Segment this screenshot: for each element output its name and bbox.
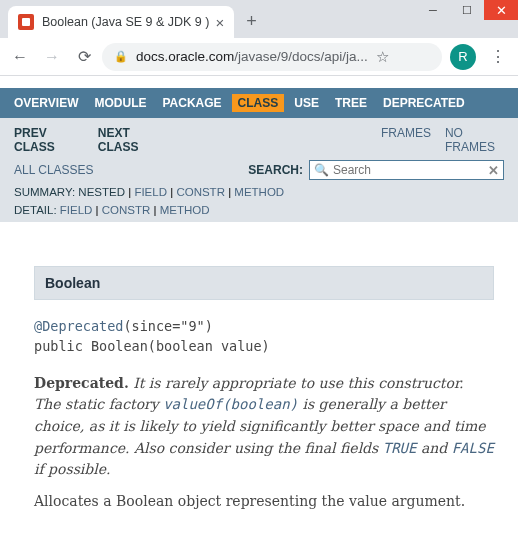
method-description: Allocates a Boolean object representing … <box>34 491 494 513</box>
favicon-icon <box>18 14 34 30</box>
reload-button[interactable]: ⟳ <box>70 43 98 71</box>
method-heading: Boolean <box>34 266 494 300</box>
tab-title: Boolean (Java SE 9 & JDK 9 ) <box>42 15 209 29</box>
nav-overview[interactable]: OVERVIEW <box>14 96 78 110</box>
browser-menu-button[interactable]: ⋮ <box>484 47 512 66</box>
javadoc-body: Boolean @Deprecated(since="9") public Bo… <box>0 222 518 524</box>
browser-tab[interactable]: Boolean (Java SE 9 & JDK 9 ) × <box>8 6 234 38</box>
summary-field[interactable]: FIELD <box>134 186 167 198</box>
search-box[interactable]: 🔍 ✕ <box>309 160 504 180</box>
deprecation-note: Deprecated. It is rarely appropriate to … <box>34 373 494 481</box>
detail-field[interactable]: FIELD <box>60 204 93 216</box>
true-link[interactable]: TRUE <box>383 440 417 456</box>
search-input[interactable] <box>333 163 488 177</box>
nav-package[interactable]: PACKAGE <box>162 96 221 110</box>
summary-nested: NESTED <box>78 186 125 198</box>
window-minimize-button[interactable]: ─ <box>416 0 450 20</box>
back-button[interactable]: ← <box>6 43 34 71</box>
method-signature: @Deprecated(since="9") public Boolean(bo… <box>34 316 494 357</box>
valueof-link[interactable]: valueOf(boolean) <box>163 396 298 412</box>
nav-tree[interactable]: TREE <box>335 96 367 110</box>
summary-method[interactable]: METHOD <box>234 186 284 198</box>
deprecated-annotation-link[interactable]: @Deprecated <box>34 318 123 334</box>
all-classes-link[interactable]: ALL CLASSES <box>14 163 94 177</box>
search-clear-button[interactable]: ✕ <box>488 163 499 178</box>
next-class-link[interactable]: NEXT CLASS <box>98 126 167 154</box>
nav-deprecated[interactable]: DEPRECATED <box>383 96 465 110</box>
nav-use[interactable]: USE <box>294 96 319 110</box>
search-icon: 🔍 <box>314 163 329 177</box>
false-link[interactable]: FALSE <box>452 440 494 456</box>
new-tab-button[interactable]: + <box>246 11 257 32</box>
nav-class[interactable]: CLASS <box>232 94 285 112</box>
detail-method[interactable]: METHOD <box>160 204 210 216</box>
detail-constr[interactable]: CONSTR <box>102 204 151 216</box>
search-label: SEARCH: <box>248 163 303 177</box>
javadoc-sub-nav: PREV CLASS NEXT CLASS FRAMES NO FRAMES A… <box>0 118 518 222</box>
frames-link[interactable]: FRAMES <box>381 126 431 154</box>
prev-class-link[interactable]: PREV CLASS <box>14 126 84 154</box>
forward-button[interactable]: → <box>38 43 66 71</box>
nav-module[interactable]: MODULE <box>94 96 146 110</box>
lock-icon: 🔒 <box>114 50 128 63</box>
page-content: OVERVIEW MODULE PACKAGE CLASS USE TREE D… <box>0 76 518 524</box>
bookmark-star-icon[interactable]: ☆ <box>376 48 389 66</box>
noframes-link[interactable]: NO FRAMES <box>445 126 504 154</box>
window-maximize-button[interactable]: ☐ <box>450 0 484 20</box>
tab-close-button[interactable]: × <box>215 14 224 31</box>
detail-label: DETAIL: <box>14 204 57 216</box>
address-bar[interactable]: 🔒 docs.oracle.com/javase/9/docs/api/ja..… <box>102 43 442 71</box>
url-text: docs.oracle.com/javase/9/docs/api/ja... <box>136 49 368 64</box>
window-close-button[interactable]: ✕ <box>484 0 518 20</box>
javadoc-top-nav: OVERVIEW MODULE PACKAGE CLASS USE TREE D… <box>0 88 518 118</box>
browser-toolbar: ← → ⟳ 🔒 docs.oracle.com/javase/9/docs/ap… <box>0 38 518 76</box>
summary-constr[interactable]: CONSTR <box>176 186 225 198</box>
summary-label: SUMMARY: <box>14 186 75 198</box>
profile-avatar[interactable]: R <box>450 44 476 70</box>
